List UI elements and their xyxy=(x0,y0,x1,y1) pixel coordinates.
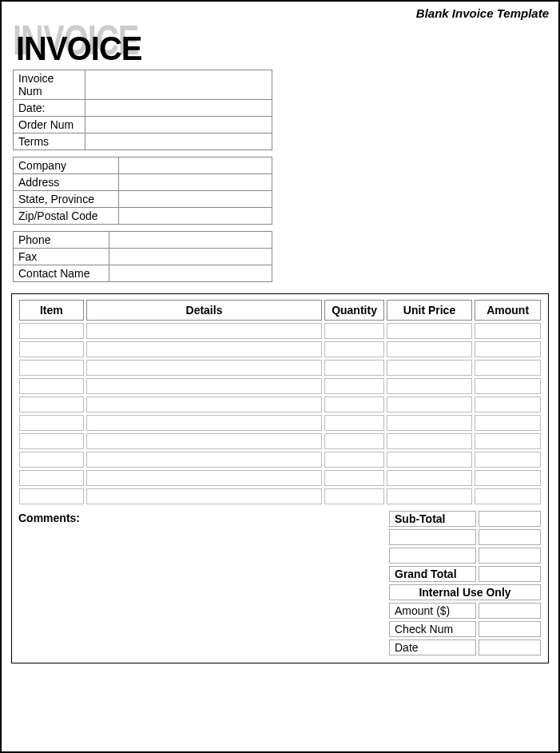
fax-field[interactable] xyxy=(109,249,272,265)
state-field[interactable] xyxy=(119,191,272,208)
extra1-field[interactable] xyxy=(479,529,541,545)
phone-label: Phone xyxy=(14,232,109,249)
comments-label: Comments: xyxy=(17,508,382,658)
cell-unit_price[interactable] xyxy=(387,360,473,376)
cell-item[interactable] xyxy=(19,470,84,486)
cell-amount[interactable] xyxy=(475,415,541,431)
cell-quantity[interactable] xyxy=(324,452,383,468)
cell-item[interactable] xyxy=(19,433,84,449)
cell-quantity[interactable] xyxy=(324,378,383,394)
int-date-field[interactable] xyxy=(479,639,541,655)
table-row xyxy=(19,433,541,449)
cell-details[interactable] xyxy=(86,470,323,486)
cell-quantity[interactable] xyxy=(324,488,383,504)
cell-quantity[interactable] xyxy=(324,433,383,449)
cell-unit_price[interactable] xyxy=(387,396,473,412)
int-check-field[interactable] xyxy=(479,621,541,637)
int-check-label: Check Num xyxy=(389,621,476,637)
cell-amount[interactable] xyxy=(475,360,541,376)
terms-field[interactable] xyxy=(85,133,272,150)
address-field[interactable] xyxy=(119,174,272,191)
cell-amount[interactable] xyxy=(475,323,541,339)
date-label: Date: xyxy=(14,100,85,117)
col-amount: Amount xyxy=(475,300,541,321)
table-row xyxy=(19,415,541,431)
cell-quantity[interactable] xyxy=(324,341,383,357)
items-table: Item Details Quantity Unit Price Amount xyxy=(17,297,543,507)
company-label: Company xyxy=(14,157,119,174)
order-num-field[interactable] xyxy=(85,117,272,133)
table-row xyxy=(19,323,541,339)
fax-label: Fax xyxy=(14,249,109,265)
col-quantity: Quantity xyxy=(324,300,383,321)
table-row xyxy=(19,341,541,357)
cell-quantity[interactable] xyxy=(324,323,383,339)
table-row xyxy=(19,378,541,394)
cell-unit_price[interactable] xyxy=(387,452,473,468)
cell-quantity[interactable] xyxy=(324,470,383,486)
cell-quantity[interactable] xyxy=(324,415,383,431)
int-amount-field[interactable] xyxy=(479,603,541,619)
cell-details[interactable] xyxy=(86,396,323,412)
phone-field[interactable] xyxy=(109,232,272,249)
grand-total-field[interactable] xyxy=(479,566,541,582)
cell-details[interactable] xyxy=(86,488,323,504)
internal-use-header: Internal Use Only xyxy=(389,584,541,600)
address-label: Address xyxy=(14,174,119,191)
cell-details[interactable] xyxy=(86,341,323,357)
cell-amount[interactable] xyxy=(475,378,541,394)
table-row xyxy=(19,488,541,504)
cell-item[interactable] xyxy=(19,378,84,394)
cell-amount[interactable] xyxy=(475,488,541,504)
cell-details[interactable] xyxy=(86,323,323,339)
cell-quantity[interactable] xyxy=(324,396,383,412)
cell-amount[interactable] xyxy=(475,470,541,486)
cell-item[interactable] xyxy=(19,488,84,504)
table-row xyxy=(19,452,541,468)
cell-unit_price[interactable] xyxy=(387,470,473,486)
cell-unit_price[interactable] xyxy=(387,433,473,449)
cell-item[interactable] xyxy=(19,452,84,468)
cell-item[interactable] xyxy=(19,341,84,357)
zip-field[interactable] xyxy=(119,208,272,225)
table-row xyxy=(19,396,541,412)
int-amount-label: Amount ($) xyxy=(389,603,476,619)
int-date-label: Date xyxy=(389,639,476,655)
cell-details[interactable] xyxy=(86,415,323,431)
invoice-meta-block: Invoice Num Date: Order Num Terms xyxy=(13,70,272,150)
contact-name-field[interactable] xyxy=(109,265,272,282)
cell-details[interactable] xyxy=(86,433,323,449)
invoice-num-field[interactable] xyxy=(85,70,272,100)
invoice-page: Blank Invoice Template INVOICE INVOICE I… xyxy=(0,0,560,753)
cell-item[interactable] xyxy=(19,396,84,412)
cell-details[interactable] xyxy=(86,452,323,468)
cell-quantity[interactable] xyxy=(324,360,383,376)
cell-amount[interactable] xyxy=(475,341,541,357)
contact-block: Phone Fax Contact Name xyxy=(13,231,272,282)
cell-unit_price[interactable] xyxy=(387,341,473,357)
cell-item[interactable] xyxy=(19,415,84,431)
contact-name-label: Contact Name xyxy=(14,265,109,282)
cell-item[interactable] xyxy=(19,323,84,339)
date-field[interactable] xyxy=(85,100,272,117)
state-label: State, Province xyxy=(14,191,119,208)
zip-label: Zip/Postal Code xyxy=(14,208,119,225)
cell-amount[interactable] xyxy=(475,396,541,412)
invoice-num-label: Invoice Num xyxy=(14,70,85,100)
cell-unit_price[interactable] xyxy=(387,378,473,394)
cell-details[interactable] xyxy=(86,360,323,376)
extra2-label[interactable] xyxy=(389,548,476,564)
cell-amount[interactable] xyxy=(475,433,541,449)
cell-amount[interactable] xyxy=(475,452,541,468)
company-field[interactable] xyxy=(119,157,272,174)
cell-unit_price[interactable] xyxy=(387,323,473,339)
cell-item[interactable] xyxy=(19,360,84,376)
extra1-label[interactable] xyxy=(389,529,476,545)
col-unit-price: Unit Price xyxy=(387,300,473,321)
cell-unit_price[interactable] xyxy=(387,415,473,431)
terms-label: Terms xyxy=(14,133,85,150)
cell-details[interactable] xyxy=(86,378,323,394)
subtotal-field[interactable] xyxy=(479,511,541,527)
cell-unit_price[interactable] xyxy=(387,488,473,504)
extra2-field[interactable] xyxy=(479,548,541,564)
